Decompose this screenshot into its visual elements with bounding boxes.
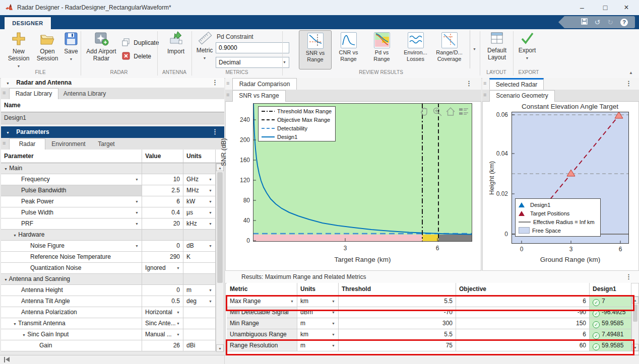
design1-marker-sample [519,202,525,207]
snr-vs-range-button[interactable]: SNR vsRange [299,30,332,69]
cnr-vs-range-button[interactable]: CNR vsRange [333,30,364,68]
radar-antenna-panel-header: ▼ Radar and Antenna ⋮ [1,78,224,88]
export-button[interactable]: Export▼ [515,31,539,62]
new-session-icon [11,31,26,46]
export-check-icon [520,31,535,45]
pan-hand-icon[interactable] [419,107,429,117]
x-tick: 6 [432,245,442,252]
design-row[interactable]: Design1 [1,112,224,124]
scrollbar-thumb [217,172,223,283]
y-tick: 240 [235,116,250,123]
drag-handle-icon[interactable]: ≡ [226,80,229,86]
panel-menu-icon[interactable]: ⋮ [625,274,632,279]
gallery-expand-button[interactable]: ▼ [470,30,479,68]
close-button[interactable]: × [616,0,637,15]
layers-list-icon[interactable] [459,107,469,117]
gray-line-sample [519,221,531,224]
status-bar [0,355,639,364]
column-header-value: Value [142,150,183,163]
import-button[interactable]: Import [162,31,189,55]
section-label-antenna: ANTENNA [157,69,191,77]
y-tick: 200 [235,136,250,143]
pd-constraint-input[interactable] [216,42,289,53]
pass-check-icon: ✓ [593,299,600,306]
tab-radar-comparison[interactable]: Radar Comparison [232,78,297,90]
y-tick: 40 [235,217,250,224]
collapse-group-icon: ▼ [13,322,17,326]
section-label-radar: RADAR [81,69,157,77]
chevron-down-icon: ▼ [203,56,207,60]
tab-radar[interactable]: Radar [9,138,45,150]
chevron-down-icon: ▼ [176,263,180,273]
new-session-button[interactable]: NewSession ▼ [6,31,31,70]
drag-handle-icon[interactable]: ≡ [483,92,486,98]
section-label-file: FILE [0,69,81,77]
ruler-icon [197,31,212,45]
tab-radar-library[interactable]: Radar Library [9,88,58,100]
name-column-header: Name [1,99,224,112]
results-col-units: Units [297,283,339,296]
zoom-icon[interactable] [432,107,442,117]
format-select[interactable]: Decimal ▼ [216,57,289,68]
collapse-panel-icon[interactable]: ▼ [6,82,10,85]
collapse-ribbon-icon[interactable]: ▲ [629,70,633,75]
quick-access-toolbar: ↺ ↻ ? [558,16,635,28]
results-scrollbar[interactable]: ▲ ▼ [631,296,639,351]
default-layout-button[interactable]: DefaultLayout [483,31,511,61]
chevron-down-icon: ▼ [473,47,476,51]
help-icon[interactable]: ? [620,19,628,26]
panel-menu-icon[interactable]: ⋮ [466,81,472,86]
environment-losses-button[interactable]: Environ...Losses [400,30,431,68]
results-title: Results: Maximum Range and Related Metri… [241,273,366,280]
chevron-down-icon: ▼ [209,219,212,229]
section-label-export: EXPORT [513,69,544,77]
target-marker-sample [519,211,525,216]
panel-menu-icon[interactable]: ⋮ [212,80,218,85]
title-bar: Radar Designer - RadarDesigner_Rectangul… [0,0,639,16]
tab-scenario-geometry[interactable]: Scenario Geometry [489,90,555,102]
maximize-button[interactable]: □ [595,0,616,15]
tab-selected-radar[interactable]: Selected Radar [489,78,544,90]
free-space-patch-sample [519,227,530,234]
collapse-group-icon: ▼ [4,278,8,281]
add-airport-radar-button[interactable]: Add AirportRadar [84,31,119,62]
redo-icon[interactable]: ↻ [607,19,613,26]
radar-comparison-titlebar: ≡ Radar Comparison ⋮ [225,78,481,90]
panel-menu-icon[interactable]: ⋮ [212,129,218,134]
open-folder-icon [39,31,55,46]
save-button[interactable]: Save▼ [62,31,80,63]
minimize-button[interactable]: – [571,0,593,15]
open-session-button[interactable]: OpenSession [33,31,61,62]
tab-antenna-library[interactable]: Antenna Library [58,88,111,99]
chevron-down-icon: ▼ [332,318,335,329]
column-header-parameter: Parameter [1,150,142,163]
drag-handle-icon[interactable]: ≡ [483,80,486,86]
pd-vs-range-button[interactable]: Pd vsRange [366,30,398,68]
duplicate-button[interactable]: Duplicate [122,38,159,46]
quick-save-icon[interactable] [581,18,588,26]
chevron-down-icon: ▼ [526,56,529,60]
tab-designer[interactable]: DESIGNER [4,17,51,30]
delete-button[interactable]: Delete [122,52,151,60]
delete-icon [122,52,130,60]
results-col-metric: Metric [227,283,297,296]
parameters-scrollbar[interactable]: ▲ ▼ [216,163,224,351]
range-doppler-coverage-button[interactable]: Range/D...Coverage [433,30,465,68]
section-label-review: REVIEW RESULTS [282,69,480,77]
drag-handle-icon[interactable]: ≡ [3,140,6,146]
panel-menu-icon[interactable]: ⋮ [625,81,632,86]
metric-button[interactable]: Metric▼ [195,31,215,62]
home-icon[interactable] [445,107,456,117]
x-axis-label: Ground Range (km) [512,256,629,263]
panel-title: Radar and Antenna [16,79,72,86]
collapse-left-panel-icon[interactable] [4,357,10,362]
tab-environment[interactable]: Environment [45,138,92,150]
geometry-chart-legend: Design1 Target Positions Effective Radiu… [515,198,601,237]
tab-target[interactable]: Target [92,138,121,150]
drag-handle-icon[interactable]: ≡ [226,92,229,98]
collapse-group-icon: ▼ [13,234,17,237]
tab-snr-vs-range[interactable]: SNR vs Range [232,90,286,102]
drag-handle-icon[interactable]: ≡ [3,90,6,96]
undo-icon[interactable]: ↺ [595,19,601,26]
collapse-panel-icon[interactable]: ▼ [6,131,10,134]
